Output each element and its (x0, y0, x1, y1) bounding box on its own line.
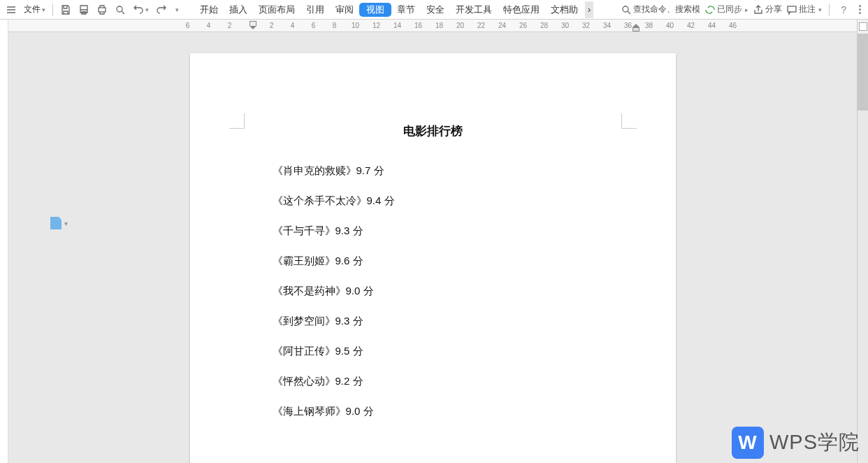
left-gutter (0, 20, 8, 463)
file-menu[interactable]: 文件 ▾ (21, 1, 48, 18)
redo-button[interactable] (153, 1, 170, 18)
list-item[interactable]: 《这个杀手不太冷》9.4 分 (273, 194, 627, 208)
indent-marker-first-line[interactable] (249, 21, 256, 26)
tab-0[interactable]: 开始 (194, 1, 224, 18)
ruler-tick: 4 (288, 22, 297, 29)
annotate-label: 批注 (799, 3, 816, 15)
document-page[interactable]: 电影排行榜 《肖申克的救赎》9.7 分《这个杀手不太冷》9.4 分《千与千寻》9… (190, 53, 676, 463)
hamburger-menu[interactable] (3, 1, 20, 18)
ruler-tick: 26 (519, 22, 528, 29)
tabs-overflow-button[interactable]: › (585, 1, 593, 18)
watermark-text: WPS学院 (769, 429, 860, 457)
wps-logo-icon: W (732, 427, 764, 459)
page-nav-marker[interactable]: ▾ (50, 217, 68, 229)
help-button[interactable]: ? (837, 4, 851, 15)
tab-5[interactable]: 视图 (359, 3, 391, 17)
margin-corner-tr (621, 113, 637, 129)
svg-rect-3 (788, 6, 796, 12)
command-search[interactable]: 查找命令、搜索模 (621, 3, 700, 15)
ruler-tick: 36 (623, 22, 632, 29)
list-item[interactable]: 《到梦空间》9.3 分 (273, 315, 627, 328)
tab-6[interactable]: 章节 (391, 1, 421, 18)
share-button[interactable]: 分享 (753, 3, 782, 15)
file-menu-label: 文件 (24, 3, 41, 15)
watermark: W WPS学院 (732, 427, 860, 459)
ruler-tick: 38 (644, 22, 653, 29)
ruler-tick: 2 (225, 22, 234, 29)
margin-corner-tl (229, 113, 245, 129)
scroll-track[interactable] (858, 34, 868, 463)
document-icon (50, 217, 62, 229)
chevron-down-icon: ▾ (175, 6, 179, 13)
tab-8[interactable]: 开发工具 (450, 1, 498, 18)
list-item[interactable]: 《海上钢琴师》9.0 分 (273, 405, 627, 418)
more-menu[interactable] (855, 5, 865, 14)
ruler-tick: 30 (560, 22, 570, 29)
save-button[interactable] (57, 1, 74, 18)
tab-4[interactable]: 审阅 (330, 1, 359, 18)
ruler-tick: 6 (309, 22, 318, 29)
tab-7[interactable]: 安全 (421, 1, 450, 18)
list-item[interactable]: 《霸王别姬》9.6 分 (273, 255, 627, 268)
chevron-down-icon: ▾ (145, 6, 149, 13)
horizontal-ruler[interactable]: 6422468101214161820222426283032343638404… (8, 20, 857, 32)
ruler-tick: 46 (728, 22, 737, 29)
svg-rect-0 (99, 8, 106, 12)
print-preview-button[interactable] (75, 1, 92, 18)
page-title: 电影排行榜 (239, 123, 627, 139)
preview-button[interactable] (112, 1, 129, 18)
svg-point-1 (117, 6, 122, 12)
tab-1[interactable]: 插入 (224, 1, 253, 18)
chevron-down-icon: ▾ (64, 220, 68, 227)
list-item[interactable]: 《肖申克的救赎》9.7 分 (273, 164, 627, 178)
search-placeholder-text: 查找命令、搜索模 (633, 3, 700, 15)
tab-2[interactable]: 页面布局 (253, 1, 301, 18)
ruler-tick: 34 (602, 22, 612, 29)
ruler-tick: 40 (665, 22, 674, 29)
main-toolbar: 文件 ▾ ▾ ▾ 开始插入页面布局引用审阅视图章节安全开发工具特色应用文档助 ›… (0, 0, 868, 20)
chevron-down-icon: ▸ (745, 6, 748, 13)
print-button[interactable] (94, 1, 110, 18)
list-item[interactable]: 《阿甘正传》9.5 分 (273, 345, 627, 358)
right-tools: 查找命令、搜索模 已同步 ▸ 分享 批注 ▾ ? (621, 3, 865, 16)
divider (52, 3, 53, 16)
list-item[interactable]: 《千与千寻》9.3 分 (273, 225, 627, 238)
ruler-tick: 18 (435, 22, 444, 29)
ruler-tick: 2 (267, 22, 276, 29)
ruler-tick: 22 (477, 22, 486, 29)
scroll-thumb[interactable] (858, 34, 868, 111)
main-column: 6422468101214161820222426283032343638404… (8, 20, 857, 463)
ruler-tick: 6 (183, 22, 192, 29)
tab-10[interactable]: 文档助 (545, 1, 584, 18)
ruler-tick: 10 (351, 22, 360, 29)
divider (829, 3, 830, 16)
ruler-toggle-icon[interactable] (859, 22, 867, 31)
svg-point-2 (623, 6, 628, 12)
document-canvas[interactable]: ▾ 电影排行榜 《肖申克的救赎》9.7 分《这个杀手不太冷》9.4 分《千与千寻… (8, 32, 857, 463)
ruler-tick: 44 (707, 22, 716, 29)
ruler-tick: 24 (498, 22, 507, 29)
tab-9[interactable]: 特色应用 (498, 1, 545, 18)
ruler-tick: 32 (581, 22, 591, 29)
list-item[interactable]: 《怦然心动》9.2 分 (273, 375, 627, 388)
indent-marker-right[interactable] (632, 27, 639, 31)
ruler-tick: 8 (330, 22, 339, 29)
ruler-tick: 16 (414, 22, 423, 29)
ruler-tick: 42 (686, 22, 695, 29)
list-item[interactable]: 《我不是药神》9.0 分 (273, 285, 627, 298)
vertical-scrollbar[interactable] (857, 20, 868, 463)
ruler-tick: 12 (372, 22, 381, 29)
annotate-button[interactable]: 批注 ▾ (786, 3, 822, 15)
undo-button[interactable]: ▾ (130, 1, 152, 18)
chevron-down-icon: ▾ (818, 6, 822, 13)
ruler-tick: 14 (393, 22, 402, 29)
tab-3[interactable]: 引用 (301, 1, 330, 18)
sync-status[interactable]: 已同步 ▸ (704, 3, 748, 15)
ruler-tick: 20 (456, 22, 465, 29)
share-label: 分享 (765, 3, 782, 15)
sync-label: 已同步 (717, 3, 742, 15)
ruler-tick: 28 (540, 22, 549, 29)
chevron-down-icon: ▾ (42, 6, 45, 13)
workspace: 6422468101214161820222426283032343638404… (0, 20, 868, 463)
ruler-tick: 4 (204, 22, 213, 29)
